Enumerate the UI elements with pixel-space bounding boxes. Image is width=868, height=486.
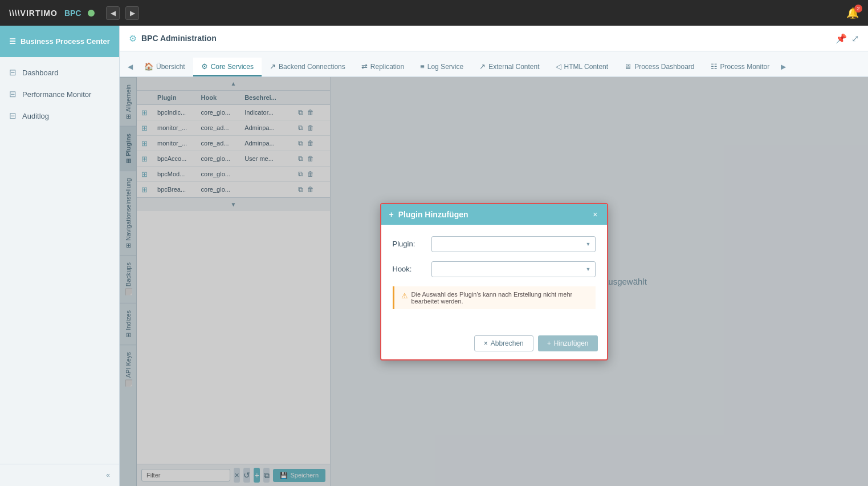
tab-bar: ◀ 🏠 Übersicht ⚙ Core Services ↗ Backend … [120, 51, 868, 77]
sidebar-footer: « [0, 464, 119, 486]
sidebar-header-title: Business Process Center [21, 37, 110, 46]
cancel-label: Abbrechen [491, 339, 524, 347]
tab-ubersicht[interactable]: 🏠 Übersicht [136, 58, 193, 76]
pin-icon[interactable]: 📌 [836, 33, 847, 44]
tab-replication[interactable]: ⇄ Replication [353, 58, 412, 76]
tab-core-services-label: Core Services [211, 63, 254, 71]
admin-gear-icon: ⚙ [129, 33, 137, 44]
sidebar-collapse-button[interactable]: « [104, 469, 112, 481]
sidebar-item-label: Dashboard [22, 68, 59, 77]
tab-html-label: HTML Content [564, 63, 609, 71]
tab-backend-label: Backend Connections [279, 63, 345, 71]
sidebar-nav: ⊟ Dashboard ⊟ Performance Monitor ⊟ Audi… [0, 57, 119, 464]
cancel-button[interactable]: × Abbrechen [474, 335, 533, 351]
tab-next[interactable]: ▶ [777, 58, 789, 76]
dialog-title: Plugin Hinzufügen [398, 210, 468, 219]
bpc-label: BPC [64, 9, 81, 18]
sidebar-header: ☰ Business Process Center [0, 26, 119, 57]
tab-log-service[interactable]: ≡ Log Service [412, 58, 471, 76]
forward-button[interactable]: ▶ [125, 6, 139, 20]
core-services-icon: ⚙ [201, 62, 208, 71]
hook-form-row: Hook: [393, 261, 596, 277]
dialog-body: Plugin: Hook: [381, 225, 607, 330]
add-plugin-button[interactable]: + Hinzufügen [538, 335, 598, 351]
sidebar-item-dashboard[interactable]: ⊟ Dashboard [0, 62, 119, 83]
plugin-select-wrapper [431, 236, 596, 252]
tab-core-services[interactable]: ⚙ Core Services [193, 58, 262, 76]
topbar-right: 🔔 2 [846, 7, 859, 19]
sidebar-item-label: Auditlog [22, 112, 49, 120]
performance-icon: ⊟ [9, 89, 17, 99]
html-icon: ◁ [556, 62, 561, 71]
dialog-close-button[interactable]: × [592, 210, 598, 219]
hook-select[interactable] [431, 261, 596, 277]
plugin-select[interactable] [431, 236, 596, 252]
main-layout: ☰ Business Process Center ⊟ Dashboard ⊟ … [0, 26, 868, 486]
tab-process-monitor[interactable]: ☷ Process Monitor [703, 58, 778, 76]
backend-icon: ↗ [270, 62, 276, 71]
expand-icon[interactable]: ⤢ [851, 33, 859, 44]
warning-box: ⚠ Die Auswahl des Plugin's kann nach Ers… [393, 286, 596, 309]
tab-log-label: Log Service [427, 63, 463, 71]
admin-title: BPC Administration [141, 34, 217, 43]
tab-html-content[interactable]: ◁ HTML Content [548, 58, 617, 76]
tab-external-label: External Content [488, 63, 539, 71]
status-dot [88, 10, 95, 17]
external-icon: ↗ [479, 62, 486, 71]
tab-external-content[interactable]: ↗ External Content [471, 58, 547, 76]
tab-prev[interactable]: ◀ [124, 58, 136, 76]
dialog-footer: × Abbrechen + Hinzufügen [381, 330, 607, 359]
dashboard-icon: ⊟ [9, 67, 17, 78]
tab-process-dash-label: Process Dashboard [634, 63, 694, 71]
dialog-header: + Plugin Hinzufügen × [381, 204, 607, 225]
back-button[interactable]: ◀ [106, 6, 120, 20]
plugin-form-row: Plugin: [393, 236, 596, 252]
admin-header-right: 📌 ⤢ [836, 33, 859, 44]
main-area: ⚙ BPC Administration 📌 ⤢ ◀ 🏠 Übersicht ⚙… [120, 26, 868, 486]
plugin-label: Plugin: [393, 240, 427, 248]
add-label: Hinzufügen [554, 339, 589, 347]
sidebar: ☰ Business Process Center ⊟ Dashboard ⊟ … [0, 26, 120, 486]
modal-overlay: + Plugin Hinzufügen × Plugin: [120, 77, 868, 486]
sidebar-item-label: Performance Monitor [22, 90, 91, 99]
tab-replication-label: Replication [370, 63, 404, 71]
tab-ubersicht-label: Übersicht [156, 63, 185, 71]
tab-process-mon-label: Process Monitor [720, 63, 770, 71]
dialog-plus-icon: + [389, 210, 394, 219]
process-mon-icon: ☷ [711, 62, 718, 71]
hook-label: Hook: [393, 265, 427, 273]
add-icon: + [547, 339, 551, 347]
hook-select-wrapper [431, 261, 596, 277]
ubersicht-icon: 🏠 [144, 62, 153, 71]
warning-text: Die Auswahl des Plugin's kann nach Erste… [411, 291, 589, 305]
notification-badge: 2 [854, 5, 862, 13]
navigation-icons: ◀ ▶ [106, 6, 139, 20]
content-area: ⊞ Allgemein ⊞ Plugins ⊞ Navigationseinst… [120, 77, 868, 486]
sidebar-item-auditlog[interactable]: ⊟ Auditlog [0, 105, 119, 127]
sidebar-item-performance[interactable]: ⊟ Performance Monitor [0, 83, 119, 105]
process-dash-icon: 🖥 [624, 62, 631, 71]
admin-header: ⚙ BPC Administration 📌 ⤢ [120, 26, 868, 51]
notification-button[interactable]: 🔔 2 [846, 7, 859, 19]
tab-process-dashboard[interactable]: 🖥 Process Dashboard [616, 58, 702, 76]
tab-backend-connections[interactable]: ↗ Backend Connections [262, 58, 353, 76]
logo: \\\\VIRTIMO [9, 9, 58, 18]
cancel-icon: × [484, 339, 488, 347]
plugin-hinzufuegen-dialog: + Plugin Hinzufügen × Plugin: [380, 203, 608, 361]
topbar: \\\\VIRTIMO BPC ◀ ▶ 🔔 2 [0, 0, 868, 26]
warning-icon: ⚠ [401, 291, 408, 300]
replication-icon: ⇄ [361, 62, 368, 71]
sidebar-header-icon: ☰ [9, 37, 16, 46]
log-icon: ≡ [420, 62, 425, 71]
auditlog-icon: ⊟ [9, 111, 17, 121]
